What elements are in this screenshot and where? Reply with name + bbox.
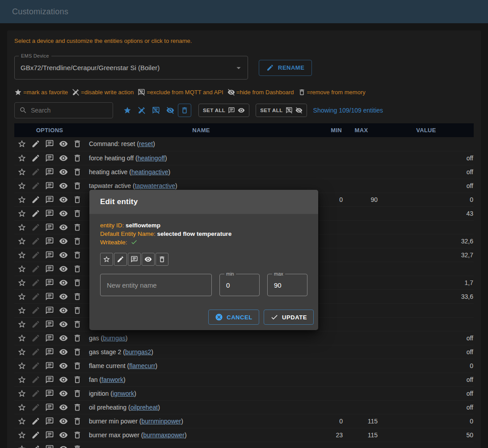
dialog-toggle-trash[interactable] (156, 253, 168, 266)
dialog-title: Edit entity (100, 197, 138, 206)
check-icon (130, 239, 138, 246)
new-entity-name-field[interactable] (100, 274, 212, 296)
cancel-circle-icon (215, 313, 223, 321)
eye-icon (144, 255, 152, 263)
cancel-button[interactable]: CANCEL (208, 310, 259, 325)
dialog-option-toggles (100, 253, 307, 266)
default-name-line: Default Entity Name: selected flow tempe… (100, 230, 307, 238)
min-field-label: min (224, 271, 236, 276)
entity-id-value: selflowtemp (126, 222, 160, 229)
dialog-toggle-eye[interactable] (142, 253, 155, 266)
cancel-button-label: CANCEL (227, 314, 252, 321)
new-entity-name-input[interactable] (107, 281, 205, 289)
dialog-toggle-comment[interactable] (128, 253, 141, 266)
trash-icon (158, 255, 166, 263)
dialog-toggle-edit[interactable] (114, 253, 127, 266)
edit-entity-dialog: Edit entity entity ID: selflowtemp Defau… (89, 190, 318, 330)
check-icon (270, 313, 278, 321)
default-name-value: selected flow temperature (157, 230, 232, 237)
edit-icon (117, 255, 124, 263)
dialog-header: Edit entity (89, 190, 318, 214)
dialog-fields: min max (100, 274, 307, 296)
update-button-label: UPDATE (282, 314, 307, 321)
entity-id-line: entity ID: selflowtemp (100, 221, 307, 230)
dialog-body: entity ID: selflowtemp Default Entity Na… (89, 214, 318, 296)
max-field[interactable]: max (267, 274, 307, 296)
update-button[interactable]: UPDATE (264, 310, 314, 325)
min-input[interactable] (226, 281, 253, 289)
max-input[interactable] (274, 281, 301, 289)
min-field[interactable]: min (219, 274, 260, 296)
writeable-line: Writeable: (100, 238, 307, 247)
default-name-label: Default Entity Name: (100, 230, 156, 237)
dialog-footer: CANCEL UPDATE (89, 296, 318, 330)
entity-id-label: entity ID: (100, 222, 124, 229)
star-border-icon (103, 255, 110, 263)
writeable-label: Writeable: (100, 239, 127, 246)
comment-icon (130, 255, 138, 263)
dialog-toggle-star-border[interactable] (100, 253, 113, 266)
max-field-label: max (272, 271, 285, 276)
